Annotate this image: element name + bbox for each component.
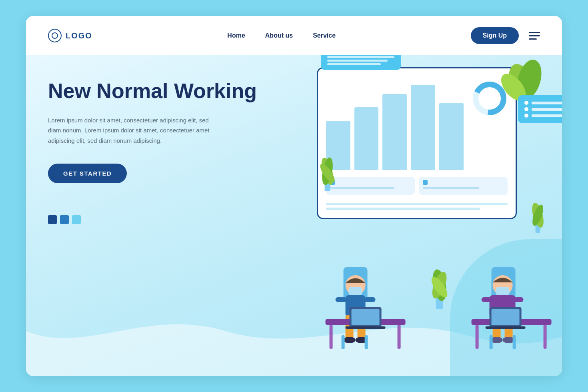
chart-area (326, 80, 508, 172)
nav-about[interactable]: About us (265, 32, 293, 39)
logo-text: LOGO (66, 31, 92, 40)
svg-rect-46 (471, 319, 551, 325)
logo-icon (48, 29, 62, 42)
svg-rect-13 (535, 223, 540, 233)
plant-middle (428, 268, 450, 309)
main-content: New Normal Working Lorem ipsum dolor sit… (26, 55, 562, 376)
svg-rect-26 (364, 297, 375, 302)
svg-rect-32 (349, 307, 381, 327)
monitor-card-1 (326, 177, 415, 195)
monitor-bottom (326, 177, 508, 195)
dot-1 (48, 215, 57, 224)
bar-2 (354, 107, 379, 170)
svg-point-43 (502, 337, 514, 343)
monitor-lines (326, 203, 508, 210)
svg-rect-35 (491, 267, 515, 301)
dot-3 (72, 215, 81, 224)
nav-home[interactable]: Home (227, 32, 245, 39)
svg-point-10 (430, 268, 448, 302)
svg-rect-29 (397, 325, 400, 349)
svg-rect-17 (345, 295, 365, 317)
svg-rect-41 (504, 315, 512, 339)
svg-rect-44 (481, 297, 491, 302)
svg-rect-36 (489, 295, 515, 317)
plant-right-side (530, 202, 546, 233)
svg-point-15 (530, 203, 545, 227)
svg-rect-50 (512, 335, 516, 349)
svg-rect-38 (496, 287, 509, 295)
hero-title: New Normal Working (48, 79, 283, 103)
svg-rect-52 (491, 309, 519, 325)
svg-point-18 (345, 275, 365, 295)
svg-rect-34 (345, 326, 385, 329)
svg-rect-19 (348, 287, 362, 295)
svg-rect-51 (489, 307, 521, 327)
svg-rect-40 (492, 315, 500, 339)
svg-point-42 (490, 337, 502, 343)
monitor-frame (317, 67, 517, 219)
bar-1 (326, 121, 350, 170)
svg-rect-20 (348, 287, 362, 295)
svg-rect-27 (325, 319, 405, 325)
svg-point-23 (343, 337, 355, 343)
svg-point-14 (530, 202, 546, 229)
page-container: LOGO Home About us Service Sign Up New N… (26, 16, 562, 376)
svg-point-12 (428, 275, 450, 300)
navbar: LOGO Home About us Service Sign Up (26, 16, 562, 55)
logo-area: LOGO (48, 29, 92, 42)
bar-3 (382, 94, 407, 170)
svg-rect-53 (485, 326, 525, 329)
svg-point-37 (492, 275, 512, 295)
svg-rect-45 (513, 297, 523, 302)
nav-right: Sign Up (471, 27, 540, 44)
svg-rect-39 (496, 287, 509, 295)
dot-2 (60, 215, 69, 224)
svg-rect-9 (436, 295, 443, 309)
top-info-card (321, 55, 401, 70)
monitor-inner (326, 76, 508, 210)
svg-rect-25 (335, 297, 346, 302)
hamburger-menu-icon[interactable] (529, 32, 540, 40)
svg-rect-48 (543, 325, 546, 349)
dot-indicators (48, 215, 283, 224)
donut-chart (472, 80, 508, 116)
left-section: New Normal Working Lorem ipsum dolor sit… (26, 55, 305, 376)
bar-4 (411, 85, 435, 170)
svg-point-11 (429, 270, 449, 300)
svg-rect-22 (357, 315, 365, 339)
svg-rect-30 (341, 335, 344, 349)
nav-links: Home About us Service (227, 32, 336, 39)
svg-rect-47 (475, 325, 478, 349)
svg-rect-21 (345, 315, 353, 339)
bar-chart (326, 80, 464, 172)
svg-rect-28 (329, 325, 332, 349)
svg-rect-33 (351, 309, 379, 325)
hero-description: Lorem ipsum dolor sit amet, consectetuer… (48, 115, 220, 146)
svg-rect-16 (343, 267, 367, 301)
monitor-card-2 (419, 177, 508, 195)
card-lines (327, 56, 394, 65)
signup-button[interactable]: Sign Up (471, 27, 519, 44)
right-info-card (518, 95, 562, 123)
nav-service[interactable]: Service (313, 32, 336, 39)
svg-point-7 (513, 57, 545, 101)
svg-point-24 (355, 337, 367, 343)
bar-5 (439, 103, 464, 170)
right-card-items (524, 101, 562, 118)
svg-rect-49 (489, 335, 492, 349)
right-section-illustration (305, 55, 562, 376)
svg-rect-31 (364, 335, 368, 349)
get-started-button[interactable]: GET STARTED (48, 164, 127, 183)
